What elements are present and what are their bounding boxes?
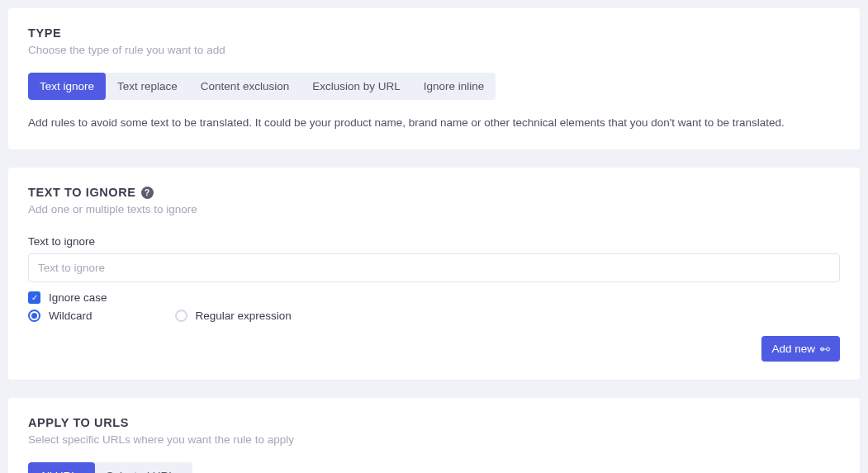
tab-content-exclusion[interactable]: Content exclusion [189, 73, 301, 100]
link-icon [820, 346, 830, 352]
radio-dot-icon [31, 313, 37, 319]
svg-point-1 [827, 348, 830, 351]
ignore-heading: TEXT TO IGNORE [28, 186, 136, 199]
help-icon[interactable]: ? [141, 187, 154, 199]
check-icon: ✓ [31, 294, 38, 302]
ignore-case-label: Ignore case [49, 291, 107, 304]
urls-subtext: Select specific URLs where you want the … [28, 433, 840, 446]
text-to-ignore-label: Text to ignore [28, 235, 840, 248]
type-description: Add rules to avoid some text to be trans… [28, 115, 840, 131]
type-card: TYPE Choose the type of rule you want to… [8, 8, 860, 149]
ignore-subtext: Add one or multiple texts to ignore [28, 203, 840, 215]
apply-to-urls-card: APPLY TO URLS Select specific URLs where… [8, 398, 860, 473]
urls-tabs: All URLs Selected URLs [28, 462, 192, 473]
text-to-ignore-input[interactable] [28, 253, 840, 282]
wildcard-label: Wildcard [49, 310, 92, 322]
ignore-case-checkbox[interactable]: ✓ [28, 291, 40, 304]
regex-radio[interactable] [175, 310, 187, 322]
regex-label: Regular expression [196, 310, 292, 322]
tab-selected-urls[interactable]: Selected URLs [95, 462, 192, 473]
tab-all-urls[interactable]: All URLs [28, 462, 95, 473]
add-new-button[interactable]: Add new [761, 336, 840, 362]
type-heading: TYPE [28, 26, 840, 40]
wildcard-radio[interactable] [28, 310, 40, 322]
tab-text-replace[interactable]: Text replace [106, 73, 189, 100]
urls-heading: APPLY TO URLS [28, 416, 840, 429]
add-new-label: Add new [771, 343, 815, 355]
type-subtext: Choose the type of rule you want to add [28, 44, 840, 56]
tab-text-ignore[interactable]: Text ignore [28, 73, 106, 100]
type-tabs: Text ignore Text replace Content exclusi… [28, 73, 496, 100]
text-to-ignore-card: TEXT TO IGNORE ? Add one or multiple tex… [8, 168, 860, 380]
tab-exclusion-by-url[interactable]: Exclusion by URL [301, 73, 412, 100]
tab-ignore-inline[interactable]: Ignore inline [412, 73, 496, 100]
